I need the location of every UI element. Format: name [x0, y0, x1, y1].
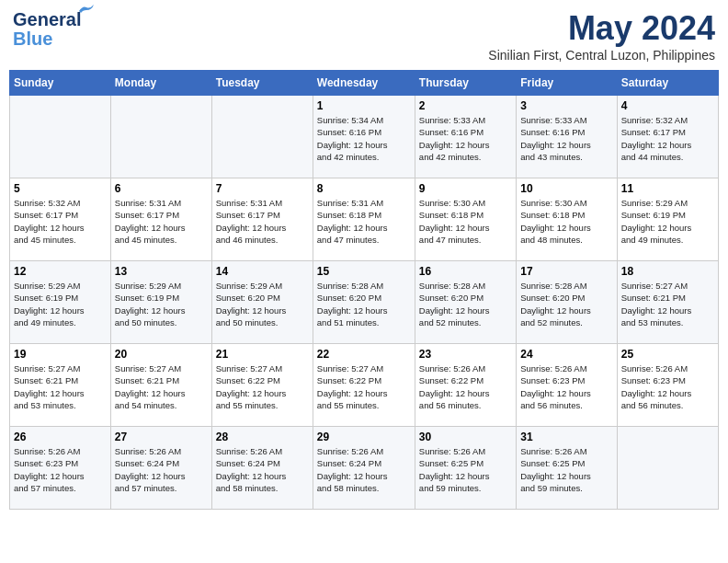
- month-title: May 2024: [488, 9, 715, 48]
- header-friday: Friday: [517, 71, 617, 96]
- calendar-cell: 29Sunrise: 5:26 AM Sunset: 6:24 PM Dayli…: [313, 427, 415, 510]
- calendar-cell: 13Sunrise: 5:29 AM Sunset: 6:19 PM Dayli…: [110, 261, 211, 344]
- day-info: Sunrise: 5:26 AM Sunset: 6:24 PM Dayligh…: [216, 445, 309, 494]
- day-number: 13: [115, 265, 208, 278]
- calendar-cell: [10, 96, 111, 178]
- logo: General Blue: [13, 9, 81, 50]
- day-number: 8: [317, 182, 411, 195]
- day-number: 12: [14, 265, 107, 278]
- calendar-cell: 10Sunrise: 5:30 AM Sunset: 6:18 PM Dayli…: [517, 178, 617, 261]
- calendar-cell: 14Sunrise: 5:29 AM Sunset: 6:20 PM Dayli…: [211, 261, 313, 344]
- calendar-cell: 2Sunrise: 5:33 AM Sunset: 6:16 PM Daylig…: [415, 96, 516, 178]
- calendar-cell: 21Sunrise: 5:27 AM Sunset: 6:22 PM Dayli…: [211, 344, 313, 427]
- day-number: 23: [419, 348, 512, 361]
- day-info: Sunrise: 5:33 AM Sunset: 6:16 PM Dayligh…: [520, 114, 612, 163]
- day-info: Sunrise: 5:32 AM Sunset: 6:17 PM Dayligh…: [621, 114, 714, 163]
- week-row-5: 26Sunrise: 5:26 AM Sunset: 6:23 PM Dayli…: [10, 427, 719, 510]
- calendar-cell: 20Sunrise: 5:27 AM Sunset: 6:21 PM Dayli…: [110, 344, 211, 427]
- calendar-cell: 19Sunrise: 5:27 AM Sunset: 6:21 PM Dayli…: [10, 344, 111, 427]
- day-info: Sunrise: 5:32 AM Sunset: 6:17 PM Dayligh…: [14, 197, 107, 246]
- calendar-cell: 17Sunrise: 5:28 AM Sunset: 6:20 PM Dayli…: [517, 261, 617, 344]
- calendar-cell: [211, 96, 313, 178]
- day-info: Sunrise: 5:29 AM Sunset: 6:19 PM Dayligh…: [115, 280, 208, 328]
- calendar-cell: 26Sunrise: 5:26 AM Sunset: 6:23 PM Dayli…: [10, 427, 111, 510]
- calendar-cell: 5Sunrise: 5:32 AM Sunset: 6:17 PM Daylig…: [10, 178, 111, 261]
- day-number: 17: [520, 265, 612, 278]
- day-info: Sunrise: 5:28 AM Sunset: 6:20 PM Dayligh…: [317, 280, 411, 328]
- calendar-table: SundayMondayTuesdayWednesdayThursdayFrid…: [9, 70, 719, 510]
- calendar-cell: 24Sunrise: 5:26 AM Sunset: 6:23 PM Dayli…: [517, 344, 617, 427]
- day-number: 11: [621, 182, 714, 195]
- day-number: 27: [115, 431, 208, 443]
- day-info: Sunrise: 5:31 AM Sunset: 6:17 PM Dayligh…: [115, 197, 208, 246]
- calendar-cell: 4Sunrise: 5:32 AM Sunset: 6:17 PM Daylig…: [617, 96, 718, 178]
- day-number: 6: [115, 182, 208, 195]
- day-info: Sunrise: 5:27 AM Sunset: 6:21 PM Dayligh…: [14, 362, 107, 411]
- day-info: Sunrise: 5:27 AM Sunset: 6:21 PM Dayligh…: [115, 362, 208, 411]
- calendar-cell: 9Sunrise: 5:30 AM Sunset: 6:18 PM Daylig…: [415, 178, 516, 261]
- page-header: General Blue May 2024 Sinilian First, Ce…: [9, 9, 719, 63]
- day-info: Sunrise: 5:26 AM Sunset: 6:23 PM Dayligh…: [621, 362, 714, 411]
- header-sunday: Sunday: [10, 71, 111, 96]
- day-info: Sunrise: 5:27 AM Sunset: 6:22 PM Dayligh…: [216, 362, 309, 411]
- calendar-cell: 23Sunrise: 5:26 AM Sunset: 6:22 PM Dayli…: [415, 344, 516, 427]
- day-info: Sunrise: 5:34 AM Sunset: 6:16 PM Dayligh…: [317, 114, 411, 163]
- day-number: 16: [419, 265, 512, 278]
- calendar-cell: [617, 427, 718, 510]
- day-number: 28: [216, 431, 309, 443]
- calendar-cell: 15Sunrise: 5:28 AM Sunset: 6:20 PM Dayli…: [313, 261, 415, 344]
- day-number: 2: [419, 99, 512, 112]
- day-info: Sunrise: 5:28 AM Sunset: 6:20 PM Dayligh…: [419, 280, 512, 328]
- header-monday: Monday: [110, 71, 211, 96]
- header-tuesday: Tuesday: [211, 71, 313, 96]
- day-number: 3: [520, 99, 612, 112]
- calendar-cell: 18Sunrise: 5:27 AM Sunset: 6:21 PM Dayli…: [617, 261, 718, 344]
- calendar-cell: 25Sunrise: 5:26 AM Sunset: 6:23 PM Dayli…: [617, 344, 718, 427]
- day-number: 4: [621, 99, 714, 112]
- calendar-cell: 30Sunrise: 5:26 AM Sunset: 6:25 PM Dayli…: [415, 427, 516, 510]
- day-info: Sunrise: 5:33 AM Sunset: 6:16 PM Dayligh…: [419, 114, 512, 163]
- logo-bird-icon: [77, 4, 97, 18]
- day-number: 9: [419, 182, 512, 195]
- header-row: SundayMondayTuesdayWednesdayThursdayFrid…: [10, 71, 719, 96]
- day-info: Sunrise: 5:27 AM Sunset: 6:21 PM Dayligh…: [621, 280, 714, 328]
- day-info: Sunrise: 5:27 AM Sunset: 6:22 PM Dayligh…: [317, 362, 411, 411]
- day-number: 10: [520, 182, 612, 195]
- calendar-cell: 22Sunrise: 5:27 AM Sunset: 6:22 PM Dayli…: [313, 344, 415, 427]
- calendar-cell: 27Sunrise: 5:26 AM Sunset: 6:24 PM Dayli…: [110, 427, 211, 510]
- header-wednesday: Wednesday: [313, 71, 415, 96]
- day-number: 26: [14, 431, 107, 443]
- day-info: Sunrise: 5:29 AM Sunset: 6:19 PM Dayligh…: [621, 197, 714, 246]
- day-info: Sunrise: 5:26 AM Sunset: 6:22 PM Dayligh…: [419, 362, 512, 411]
- day-number: 14: [216, 265, 309, 278]
- day-number: 5: [14, 182, 107, 195]
- day-number: 21: [216, 348, 309, 361]
- week-row-2: 5Sunrise: 5:32 AM Sunset: 6:17 PM Daylig…: [10, 178, 719, 261]
- day-info: Sunrise: 5:31 AM Sunset: 6:17 PM Dayligh…: [216, 197, 309, 246]
- day-info: Sunrise: 5:31 AM Sunset: 6:18 PM Dayligh…: [317, 197, 411, 246]
- location-subtitle: Sinilian First, Central Luzon, Philippin…: [488, 48, 715, 63]
- day-number: 29: [317, 431, 411, 443]
- calendar-cell: 1Sunrise: 5:34 AM Sunset: 6:16 PM Daylig…: [313, 96, 415, 178]
- day-number: 30: [419, 431, 512, 443]
- day-info: Sunrise: 5:26 AM Sunset: 6:24 PM Dayligh…: [115, 445, 208, 494]
- day-info: Sunrise: 5:28 AM Sunset: 6:20 PM Dayligh…: [520, 280, 612, 328]
- calendar-cell: 16Sunrise: 5:28 AM Sunset: 6:20 PM Dayli…: [415, 261, 516, 344]
- calendar-cell: 12Sunrise: 5:29 AM Sunset: 6:19 PM Dayli…: [10, 261, 111, 344]
- week-row-4: 19Sunrise: 5:27 AM Sunset: 6:21 PM Dayli…: [10, 344, 719, 427]
- week-row-3: 12Sunrise: 5:29 AM Sunset: 6:19 PM Dayli…: [10, 261, 719, 344]
- day-info: Sunrise: 5:30 AM Sunset: 6:18 PM Dayligh…: [520, 197, 612, 246]
- day-number: 22: [317, 348, 411, 361]
- day-info: Sunrise: 5:26 AM Sunset: 6:25 PM Dayligh…: [419, 445, 512, 494]
- calendar-cell: [110, 96, 211, 178]
- day-info: Sunrise: 5:26 AM Sunset: 6:23 PM Dayligh…: [520, 362, 612, 411]
- header-saturday: Saturday: [617, 71, 718, 96]
- day-number: 7: [216, 182, 309, 195]
- calendar-cell: 6Sunrise: 5:31 AM Sunset: 6:17 PM Daylig…: [110, 178, 211, 261]
- week-row-1: 1Sunrise: 5:34 AM Sunset: 6:16 PM Daylig…: [10, 96, 719, 178]
- calendar-cell: 31Sunrise: 5:26 AM Sunset: 6:25 PM Dayli…: [517, 427, 617, 510]
- calendar-cell: 3Sunrise: 5:33 AM Sunset: 6:16 PM Daylig…: [517, 96, 617, 178]
- title-block: May 2024 Sinilian First, Central Luzon, …: [488, 9, 715, 63]
- day-number: 24: [520, 348, 612, 361]
- calendar-cell: 11Sunrise: 5:29 AM Sunset: 6:19 PM Dayli…: [617, 178, 718, 261]
